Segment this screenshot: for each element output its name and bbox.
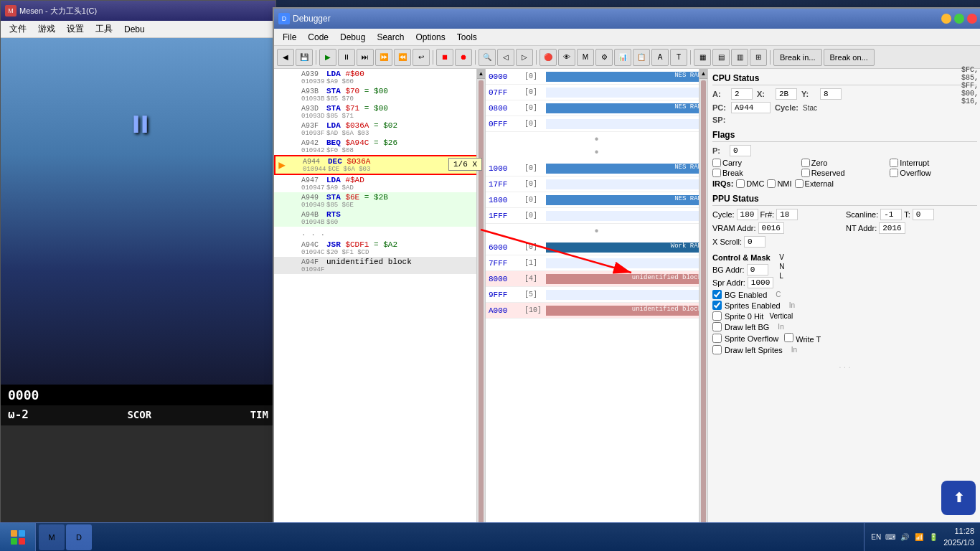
instr-6: LDA #$AD xyxy=(326,176,485,184)
mem-addr-3: 0FFF xyxy=(489,120,524,128)
tb-grid4[interactable]: ⊞ xyxy=(750,49,767,66)
tb-grid3[interactable]: ▥ xyxy=(731,49,748,66)
dmc-checkbox[interactable] xyxy=(736,179,745,188)
sprites-enabled-checkbox[interactable] xyxy=(712,301,722,310)
taskbar-right: EN ⌨ 🔊 📶 🔋 11:28 2025/1/3 xyxy=(864,523,980,552)
volume-icon: 🔊 xyxy=(899,532,910,543)
zero-checkbox[interactable] xyxy=(801,159,810,167)
dbg-menu-search[interactable]: Search xyxy=(371,31,410,44)
ppu-t-value: 0 xyxy=(913,209,934,220)
mem-label-10: unidentified block xyxy=(631,274,703,281)
pc-label: PC: xyxy=(712,103,727,112)
minimize-btn[interactable] xyxy=(941,14,951,24)
debugger-toolbar: ◀ 💾 ▶ ⏸ ⏭ ⏩ ⏪ ↩ ⏹ ⏺ 🔍 ◁ ▷ 🔴 👁 M ⚙ 📊 📋 A … xyxy=(274,46,980,69)
tb-back[interactable]: ◀ xyxy=(277,49,294,66)
dbg-menu-code[interactable]: Code xyxy=(302,31,334,44)
tb-stop[interactable]: ⏹ xyxy=(436,49,453,66)
code-list[interactable]: A939 LDA #$00 010939 $A9 $00 xyxy=(274,69,485,535)
mem-addr-12: A000 xyxy=(489,306,524,315)
tb-more4[interactable]: A xyxy=(651,49,669,66)
tb-font[interactable]: T xyxy=(670,49,687,66)
tb-grid2[interactable]: ▤ xyxy=(712,49,730,66)
draw-left-bg-checkbox[interactable] xyxy=(712,322,722,331)
break-in-btn[interactable]: Break in... xyxy=(773,49,822,66)
instr-1: STA $70 = $00 xyxy=(326,87,485,95)
tb-watch[interactable]: 👁 xyxy=(558,49,575,66)
dbg-menu-debug[interactable]: Debug xyxy=(334,31,371,44)
sprite0-checkbox[interactable] xyxy=(712,311,722,321)
tb-more2[interactable]: 📊 xyxy=(614,49,631,66)
write-t-checkbox[interactable] xyxy=(784,333,793,342)
mem-tag-12: [10] xyxy=(524,306,546,314)
external-checkbox[interactable] xyxy=(795,179,804,188)
addr-current: A944 xyxy=(288,158,328,166)
reserved-checkbox[interactable] xyxy=(801,169,810,177)
addr-3: A93F xyxy=(287,122,326,130)
irqs-row: IRQs: DMC NMI External xyxy=(712,179,977,188)
a-label: A: xyxy=(712,90,727,98)
menu-tools[interactable]: 工具 xyxy=(90,22,118,37)
menu-file[interactable]: 文件 xyxy=(4,22,32,37)
mem-row-7: 1FFF [0] xyxy=(486,208,707,224)
mem-addr-6: 1800 xyxy=(489,196,524,204)
tb-step3[interactable]: ⏪ xyxy=(394,49,411,66)
mem-scrollbar[interactable]: ▲ ▼ xyxy=(699,69,707,535)
control-mask-section: Control & Mask BG Addr: 0 Spr Addr: 1000 xyxy=(712,253,977,354)
nmi-checkbox[interactable] xyxy=(767,179,776,188)
code-scrollbar[interactable]: ▲ ▼ xyxy=(476,69,485,544)
draw-left-sprites-checkbox[interactable] xyxy=(712,345,722,354)
tb-grid1[interactable]: ▦ xyxy=(694,49,711,66)
mem-fill-4: NES RAM xyxy=(546,164,705,174)
interrupt-checkbox[interactable] xyxy=(890,159,898,167)
tb-step4[interactable]: ↩ xyxy=(413,49,430,66)
tb-step2[interactable]: ⏩ xyxy=(375,49,392,66)
tb-prev[interactable]: ◁ xyxy=(497,49,514,66)
maximize-btn[interactable] xyxy=(954,14,964,24)
mem-scroll-up[interactable]: ▲ xyxy=(699,69,707,79)
bg-addr-value: 0 xyxy=(747,264,768,276)
debugger-title: Debugger xyxy=(293,14,331,24)
carry-checkbox[interactable] xyxy=(712,159,721,167)
overflow-checkbox[interactable] xyxy=(890,169,898,177)
close-btn[interactable] xyxy=(967,14,977,24)
subaddr-7: 010949 xyxy=(287,202,326,209)
tb-find[interactable]: 🔍 xyxy=(479,49,496,66)
tb-run[interactable]: ▶ xyxy=(319,49,336,66)
dmc-flag: DMC xyxy=(736,179,764,188)
carry-label: Carry xyxy=(722,159,742,167)
tb-bp[interactable]: 🔴 xyxy=(540,49,557,66)
tb-record[interactable]: ⏺ xyxy=(455,49,472,66)
dbg-menu-file[interactable]: File xyxy=(277,31,302,44)
tb-more3[interactable]: 📋 xyxy=(633,49,650,66)
mem-addr-0: 0000 xyxy=(489,72,524,81)
tb-more1[interactable]: ⚙ xyxy=(595,49,613,66)
tb-mem[interactable]: M xyxy=(577,49,594,66)
start-button[interactable] xyxy=(0,523,36,552)
tb-sep5 xyxy=(690,50,691,65)
addr-9: A94C xyxy=(287,241,326,249)
y-label: Y: xyxy=(801,90,816,98)
sprites-enabled-extra: In xyxy=(789,301,795,309)
tb-step[interactable]: ⏭ xyxy=(357,49,374,66)
menu-settings[interactable]: 设置 xyxy=(61,22,90,37)
bg-enabled-checkbox[interactable] xyxy=(712,290,722,299)
tb-save[interactable]: 💾 xyxy=(296,49,313,66)
menu-game[interactable]: 游戏 xyxy=(32,22,61,37)
break-checkbox[interactable] xyxy=(712,169,721,177)
dbg-menu-tools[interactable]: Tools xyxy=(451,31,483,44)
sprite-overflow-checkbox[interactable] xyxy=(712,334,722,343)
taskbar-icon-mesen[interactable]: M xyxy=(39,524,65,550)
taskbar-icons: M D xyxy=(36,524,95,550)
taskbar-icon-debugger[interactable]: D xyxy=(66,524,92,550)
break-on-btn[interactable]: Break on... xyxy=(824,49,875,66)
svg-rect-2 xyxy=(11,530,17,537)
tb-next[interactable]: ▷ xyxy=(516,49,533,66)
network-icon: 📶 xyxy=(913,532,925,543)
tb-pause[interactable]: ⏸ xyxy=(338,49,355,66)
menu-debug[interactable]: Debu xyxy=(118,23,151,36)
dbg-menu-options[interactable]: Options xyxy=(410,31,451,44)
scroll-up-btn[interactable]: ▲ xyxy=(477,69,485,79)
ppu-xscroll-label: X Scroll: xyxy=(712,237,742,246)
mem-row-10: 8000 [4] unidentified block xyxy=(486,271,707,287)
tb-sep2 xyxy=(433,50,433,65)
